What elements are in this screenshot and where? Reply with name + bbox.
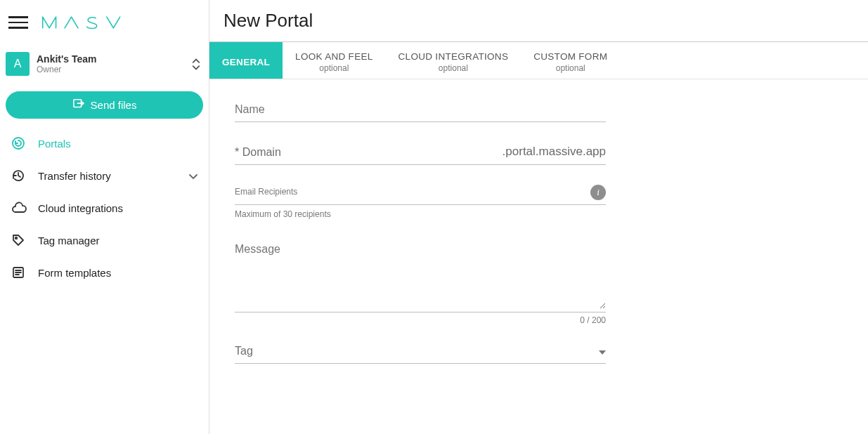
email-recipients-label: Email Recipients bbox=[235, 187, 590, 202]
portals-icon bbox=[11, 136, 27, 151]
sidebar-item-portals[interactable]: Portals bbox=[0, 127, 209, 159]
tab-cloud-integrations[interactable]: CLOUD INTEGRATIONS optional bbox=[386, 42, 522, 79]
page-title: New Portal bbox=[224, 10, 854, 32]
logo bbox=[37, 15, 135, 30]
form-area: .portal.massive.app Email Recipients i M… bbox=[209, 79, 631, 434]
info-icon[interactable]: i bbox=[590, 185, 606, 200]
sidebar-item-cloud-integrations[interactable]: Cloud integrations bbox=[0, 192, 209, 224]
main-area: New Portal GENERAL LOOK AND FEEL optiona… bbox=[209, 0, 868, 434]
tab-look-and-feel[interactable]: LOOK AND FEEL optional bbox=[283, 42, 385, 79]
tabs: GENERAL LOOK AND FEEL optional CLOUD INT… bbox=[209, 42, 868, 79]
sidebar-item-label: Transfer history bbox=[38, 170, 111, 182]
sidebar-item-form-templates[interactable]: Form templates bbox=[0, 256, 209, 289]
main-header: New Portal bbox=[209, 0, 868, 42]
tag-select[interactable]: Tag bbox=[235, 345, 606, 364]
tab-general[interactable]: GENERAL bbox=[209, 42, 283, 79]
tab-optional: optional bbox=[319, 63, 349, 73]
team-text: Ankit's Team Owner bbox=[37, 53, 185, 74]
domain-suffix: .portal.massive.app bbox=[503, 145, 606, 164]
tab-optional: optional bbox=[556, 63, 585, 73]
sidebar-header bbox=[0, 0, 209, 41]
tab-label: CUSTOM FORM bbox=[533, 51, 607, 62]
tab-label: GENERAL bbox=[222, 57, 270, 67]
chevron-down-icon bbox=[189, 170, 197, 182]
message-input[interactable] bbox=[235, 239, 606, 309]
team-role: Owner bbox=[37, 65, 185, 74]
sidebar-item-label: Cloud integrations bbox=[38, 202, 123, 214]
field-domain: .portal.massive.app bbox=[235, 142, 606, 165]
email-helper: Maximum of 30 recipients bbox=[235, 209, 606, 219]
sidebar-item-label: Tag manager bbox=[38, 235, 100, 246]
sidebar-item-transfer-history[interactable]: Transfer history bbox=[0, 159, 209, 192]
tab-custom-form[interactable]: CUSTOM FORM optional bbox=[521, 42, 620, 79]
send-files-label: Send files bbox=[91, 99, 137, 111]
name-input[interactable] bbox=[235, 99, 606, 121]
team-name: Ankit's Team bbox=[37, 53, 185, 65]
sidebar-nav: Portals Transfer history Cloud integr bbox=[0, 127, 209, 289]
avatar-letter: A bbox=[14, 58, 22, 70]
domain-input[interactable] bbox=[235, 142, 503, 164]
field-message: 0 / 200 bbox=[235, 239, 606, 325]
cloud-icon bbox=[11, 200, 27, 216]
sidebar-item-label: Portals bbox=[38, 138, 71, 150]
tag-placeholder: Tag bbox=[235, 345, 599, 363]
form-icon bbox=[11, 265, 27, 280]
svg-point-1 bbox=[13, 138, 24, 149]
char-count: 0 / 200 bbox=[235, 315, 606, 325]
tab-label: CLOUD INTEGRATIONS bbox=[399, 51, 509, 62]
send-icon bbox=[72, 98, 85, 112]
team-selector[interactable]: A Ankit's Team Owner bbox=[0, 45, 209, 83]
sidebar-item-label: Form templates bbox=[38, 267, 111, 279]
send-files-button[interactable]: Send files bbox=[6, 91, 203, 119]
tag-icon bbox=[11, 232, 27, 248]
field-tag: Tag bbox=[235, 345, 606, 364]
field-email-recipients: Email Recipients i Maximum of 30 recipie… bbox=[235, 185, 606, 219]
history-icon bbox=[11, 168, 27, 183]
tab-optional: optional bbox=[439, 63, 468, 73]
sidebar-item-tag-manager[interactable]: Tag manager bbox=[0, 224, 209, 256]
avatar: A bbox=[6, 52, 30, 76]
tab-label: LOOK AND FEEL bbox=[295, 51, 373, 62]
unfold-icon bbox=[192, 58, 200, 70]
sidebar: A Ankit's Team Owner Send files bbox=[0, 0, 209, 434]
dropdown-caret-icon bbox=[599, 345, 606, 363]
field-name bbox=[235, 99, 606, 122]
svg-point-2 bbox=[15, 237, 18, 239]
menu-icon[interactable] bbox=[8, 13, 28, 32]
